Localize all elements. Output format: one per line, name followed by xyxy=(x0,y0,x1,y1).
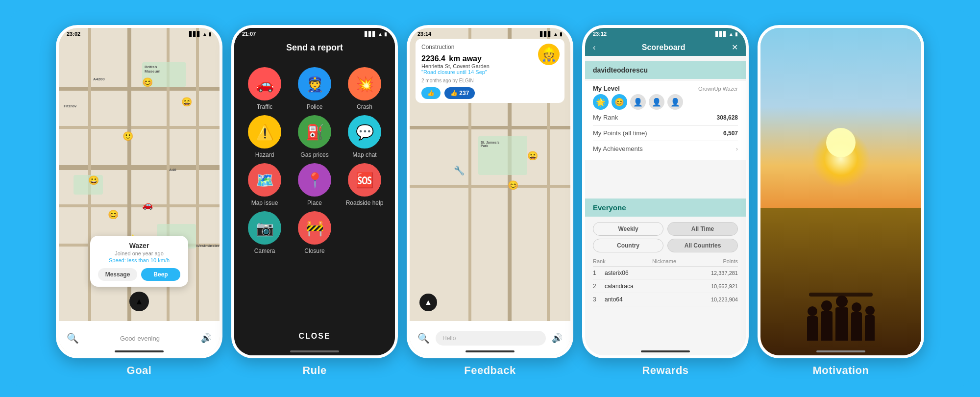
emoji-pin: 🙂 xyxy=(122,131,133,142)
report-icon-mapissue[interactable]: 🗺️ xyxy=(248,163,281,197)
label-feedback: Feedback xyxy=(464,364,516,377)
score-level-row: My Level GrownUp Wazer xyxy=(593,85,738,92)
emoji-pin: 😊 xyxy=(142,77,153,88)
report-item-police[interactable]: 👮 Police xyxy=(292,67,337,110)
report-item-camera[interactable]: 📷 Camera xyxy=(242,211,287,254)
main-container: 23:02 ▋▋▋ ▲ ▮ xyxy=(10,10,970,387)
fb-thumb-up[interactable]: 👍 xyxy=(421,87,441,99)
report-item-crash[interactable]: 💥 Crash xyxy=(342,67,387,110)
sil-head-1 xyxy=(808,306,817,316)
filter-weekly[interactable]: Weekly xyxy=(593,222,663,236)
fb-street: Henrietta St, Covent Garden xyxy=(421,63,559,69)
battery-rule: ▮ xyxy=(384,31,387,37)
report-label-hazard: Hazard xyxy=(255,151,274,158)
wifi-rew: ▲ xyxy=(729,31,734,37)
report-item-roadside[interactable]: 🆘 Roadside help xyxy=(342,163,387,206)
emoji-pin: 😊 xyxy=(108,209,119,220)
nick-1: asterix06 xyxy=(605,270,711,276)
phone-motivation-inner xyxy=(760,28,921,355)
report-icon-chat[interactable]: 💬 xyxy=(348,115,381,149)
sil-person-1 xyxy=(807,306,818,341)
filter-alltime[interactable]: All Time xyxy=(667,222,738,236)
wifi-fb: ▲ xyxy=(553,31,558,37)
score-close-icon[interactable]: ✕ xyxy=(732,43,738,52)
sound-icon-fb[interactable]: 🔊 xyxy=(552,333,563,344)
signal-rule: ▋▋▋ xyxy=(365,31,376,37)
report-icon-traffic[interactable]: 🚗 xyxy=(248,67,281,100)
avatar-2: 😊 xyxy=(612,94,627,110)
motivation-bg xyxy=(760,28,921,355)
sil-head-2 xyxy=(821,300,832,311)
avatar-1: 🌟 xyxy=(593,94,609,110)
silhouettes-group xyxy=(807,296,875,341)
phone-goal-wrapper: 23:02 ▋▋▋ ▲ ▮ xyxy=(56,25,222,377)
report-item-closure[interactable]: 🚧 Closure xyxy=(292,211,337,254)
avatar-5: 👤 xyxy=(667,94,683,110)
rank-2: 2 xyxy=(593,283,605,290)
fb-avatar: 👷 xyxy=(538,44,560,65)
sil-person-3 xyxy=(835,296,848,341)
fb-meta: 2 months ago by ELGIN xyxy=(421,78,559,83)
nav-arrow[interactable]: ▲ xyxy=(129,292,149,311)
report-icon-gas[interactable]: ⛽ xyxy=(298,115,331,149)
search-icon-fb[interactable]: 🔍 xyxy=(417,332,430,344)
map-road xyxy=(196,28,199,355)
fb-nav-icon[interactable]: ▲ xyxy=(419,294,437,311)
fb-road-closure: "Road closure until 14 Sep" xyxy=(421,69,559,75)
sound-icon[interactable]: 🔊 xyxy=(201,333,212,344)
phone-rule: 21:07 ▋▋▋ ▲ ▮ Send a report 🚗 Tr xyxy=(231,25,398,358)
phone-goal-inner: 23:02 ▋▋▋ ▲ ▮ xyxy=(59,28,220,355)
map-label-westminster: Westminster xyxy=(196,244,220,248)
popup-buttons: Message Beep xyxy=(98,268,180,281)
filter-allcountries[interactable]: All Countries xyxy=(667,239,738,252)
beep-button[interactable]: Beep xyxy=(141,268,180,281)
score-rank-value: 308,628 xyxy=(717,114,738,121)
score-header: ‹ Scoreboard ✕ xyxy=(585,39,746,56)
report-item-gas[interactable]: ⛽ Gas prices xyxy=(292,115,337,158)
report-item-traffic[interactable]: 🚗 Traffic xyxy=(242,67,287,110)
status-bar-rule: 21:07 ▋▋▋ ▲ ▮ xyxy=(234,28,395,39)
home-indicator-goal xyxy=(115,350,164,352)
report-icon-camera[interactable]: 📷 xyxy=(248,211,281,245)
report-item-hazard[interactable]: ⚠️ Hazard xyxy=(242,115,287,158)
report-icon-hazard[interactable]: ⚠️ xyxy=(248,115,281,149)
search-icon-goal[interactable]: 🔍 xyxy=(67,332,79,344)
phones-row: 23:02 ▋▋▋ ▲ ▮ xyxy=(20,25,960,377)
report-item-mapissue[interactable]: 🗺️ Map issue xyxy=(242,163,287,206)
report-item-chat[interactable]: 💬 Map chat xyxy=(342,115,387,158)
filter-row-1: Weekly All Time xyxy=(593,222,738,236)
report-icon-place[interactable]: 📍 xyxy=(298,163,331,197)
report-icon-closure[interactable]: 🚧 xyxy=(298,211,331,245)
emoji-pin: 🚗 xyxy=(142,199,153,210)
phone-rewards-wrapper: 23:12 ▋▋▋ ▲ ▮ ‹ Scoreboard ✕ xyxy=(582,25,749,377)
phone-feedback: 23:14 ▋▋▋ ▲ ▮ xyxy=(407,25,573,358)
phone-motivation-wrapper: Motivation xyxy=(758,25,924,377)
fb-input[interactable]: Hello xyxy=(436,331,546,346)
score-title: Scoreboard xyxy=(595,43,732,52)
report-close-button[interactable]: CLOSE xyxy=(298,332,330,341)
report-icon-crash[interactable]: 💥 xyxy=(348,67,381,100)
fb-map-label: St. James'sPark xyxy=(481,141,499,148)
report-icon-roadside[interactable]: 🆘 xyxy=(348,163,381,197)
home-indicator-motivation xyxy=(816,350,865,352)
score-points-label: My Points (all time) xyxy=(593,129,647,137)
sil-body-3 xyxy=(835,307,848,341)
fb-map-road xyxy=(410,185,570,188)
report-label-crash: Crash xyxy=(357,103,372,110)
report-grid[interactable]: 🚗 Traffic 👮 Police 💥 Crash xyxy=(234,62,395,259)
fb-like-btn[interactable]: 👍 237 xyxy=(444,87,475,99)
label-goal: Goal xyxy=(127,364,152,377)
filter-country[interactable]: Country xyxy=(593,239,663,252)
filter-row-2: Country All Countries xyxy=(593,239,738,252)
home-indicator-rule xyxy=(290,350,339,352)
report-icon-police[interactable]: 👮 xyxy=(298,67,331,100)
col-points: Points xyxy=(723,258,738,264)
status-time-goal: 23:02 xyxy=(67,31,80,37)
signal-icons-feedback: ▋▋▋ ▲ ▮ xyxy=(540,31,563,37)
score-achievements-row[interactable]: My Achievements › xyxy=(593,141,738,156)
battery-icon: ▮ xyxy=(209,31,212,37)
message-button[interactable]: Message xyxy=(98,268,137,281)
status-time-rewards: 23:12 xyxy=(593,31,607,37)
report-item-place[interactable]: 📍 Place xyxy=(292,163,337,206)
everyone-section: Everyone xyxy=(585,198,746,217)
